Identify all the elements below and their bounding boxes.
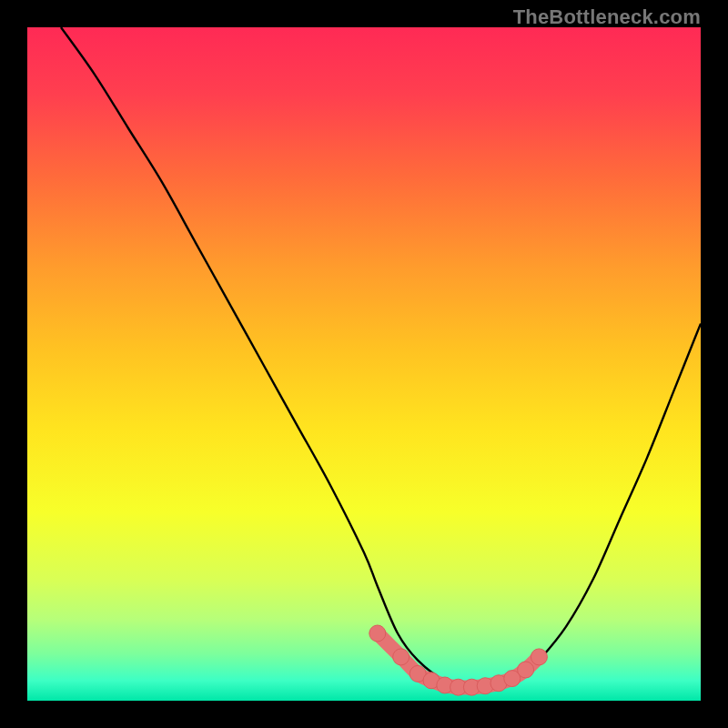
highlight-marker — [518, 662, 534, 678]
watermark-text: TheBottleneck.com — [513, 5, 701, 29]
plot-area — [27, 27, 701, 701]
highlight-marker — [393, 649, 410, 665]
highlight-marker — [369, 625, 386, 642]
highlight-marker — [531, 649, 547, 665]
chart-svg — [27, 27, 701, 701]
chart-frame: TheBottleneck.com — [0, 0, 728, 728]
